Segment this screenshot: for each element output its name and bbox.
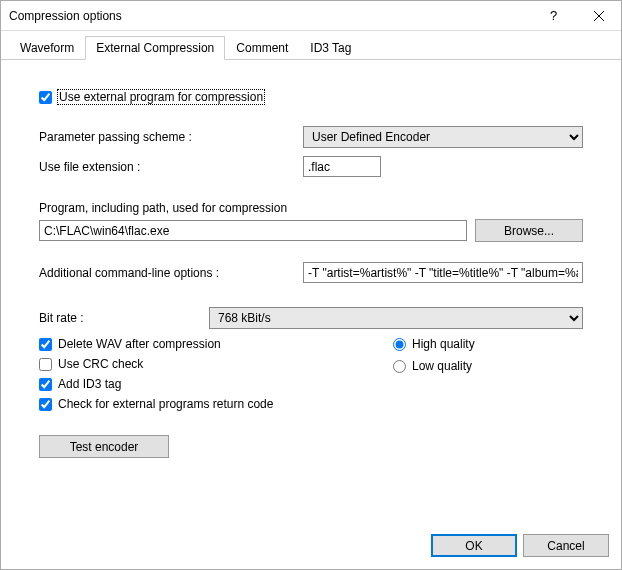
high-quality-label: High quality: [412, 337, 475, 351]
file-ext-input[interactable]: [303, 156, 381, 177]
close-icon: [594, 11, 604, 21]
tab-comment[interactable]: Comment: [225, 36, 299, 60]
delete-wav-label: Delete WAV after compression: [58, 337, 221, 351]
low-quality-label: Low quality: [412, 359, 472, 373]
param-scheme-select[interactable]: User Defined Encoder: [303, 126, 583, 148]
delete-wav-checkbox[interactable]: [39, 338, 52, 351]
program-path-label: Program, including path, used for compre…: [39, 201, 287, 215]
retcode-checkbox[interactable]: [39, 398, 52, 411]
help-icon: ?: [550, 8, 557, 23]
tab-waveform[interactable]: Waveform: [9, 36, 85, 60]
id3-checkbox[interactable]: [39, 378, 52, 391]
crc-checkbox[interactable]: [39, 358, 52, 371]
help-button[interactable]: ?: [531, 1, 576, 31]
program-path-input[interactable]: [39, 220, 467, 241]
addl-options-label: Additional command-line options :: [39, 266, 303, 280]
bitrate-label: Bit rate :: [39, 311, 209, 325]
tab-id3-tag[interactable]: ID3 Tag: [299, 36, 362, 60]
titlebar: Compression options ?: [1, 1, 621, 31]
retcode-label: Check for external programs return code: [58, 397, 273, 411]
use-external-checkbox[interactable]: [39, 91, 52, 104]
tab-external-compression[interactable]: External Compression: [85, 36, 225, 60]
tab-bar: Waveform External Compression Comment ID…: [1, 31, 621, 60]
ok-button[interactable]: OK: [431, 534, 517, 557]
window-title: Compression options: [9, 9, 531, 23]
cancel-button[interactable]: Cancel: [523, 534, 609, 557]
tab-content: Use external program for compression Par…: [1, 60, 621, 528]
test-encoder-button[interactable]: Test encoder: [39, 435, 169, 458]
id3-label: Add ID3 tag: [58, 377, 121, 391]
browse-button[interactable]: Browse...: [475, 219, 583, 242]
low-quality-radio[interactable]: [393, 360, 406, 373]
bitrate-select[interactable]: 768 kBit/s: [209, 307, 583, 329]
addl-options-input[interactable]: [303, 262, 583, 283]
crc-label: Use CRC check: [58, 357, 143, 371]
file-ext-label: Use file extension :: [39, 160, 303, 174]
param-scheme-label: Parameter passing scheme :: [39, 130, 303, 144]
use-external-label: Use external program for compression: [58, 90, 264, 104]
dialog-footer: OK Cancel: [431, 534, 609, 557]
close-button[interactable]: [576, 1, 621, 31]
high-quality-radio[interactable]: [393, 338, 406, 351]
